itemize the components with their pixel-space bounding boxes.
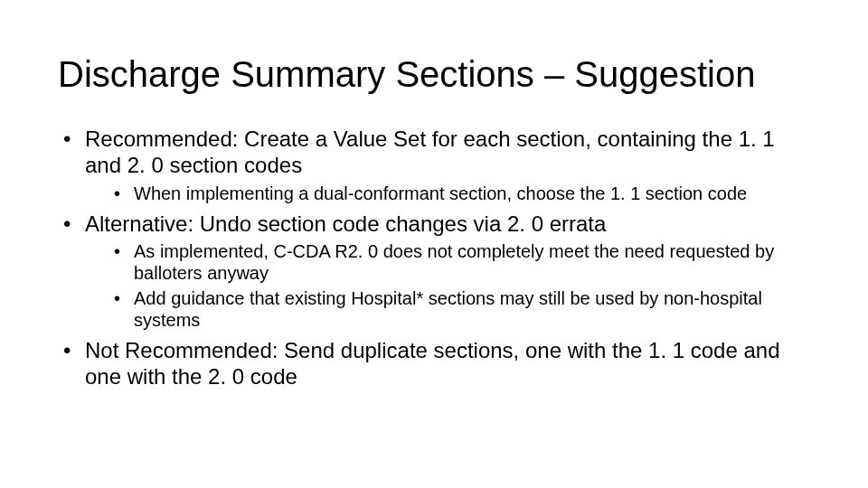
bullet-list: Recommended: Create a Value Set for each… xyxy=(58,127,810,390)
slide: Discharge Summary Sections – Suggestion … xyxy=(0,0,868,488)
list-item: Not Recommended: Send duplicate sections… xyxy=(58,338,810,390)
list-item: When implementing a dual-conformant sect… xyxy=(85,183,810,204)
sub-bullet-list: When implementing a dual-conformant sect… xyxy=(85,183,810,204)
list-item: Alternative: Undo section code changes v… xyxy=(58,211,810,332)
slide-title: Discharge Summary Sections – Suggestion xyxy=(58,54,755,95)
bullet-text: Add guidance that existing Hospital* sec… xyxy=(134,288,762,330)
sub-bullet-list: As implemented, C-CDA R2. 0 does not com… xyxy=(85,240,810,331)
list-item: Add guidance that existing Hospital* sec… xyxy=(85,287,810,331)
list-item: Recommended: Create a Value Set for each… xyxy=(58,127,810,204)
slide-body: Recommended: Create a Value Set for each… xyxy=(58,127,810,396)
bullet-text: As implemented, C-CDA R2. 0 does not com… xyxy=(134,241,774,283)
bullet-text: Recommended: Create a Value Set for each… xyxy=(85,127,775,177)
bullet-text: Alternative: Undo section code changes v… xyxy=(85,211,606,236)
bullet-text: Not Recommended: Send duplicate sections… xyxy=(85,338,779,389)
bullet-text: When implementing a dual-conformant sect… xyxy=(134,183,747,203)
list-item: As implemented, C-CDA R2. 0 does not com… xyxy=(85,240,810,284)
